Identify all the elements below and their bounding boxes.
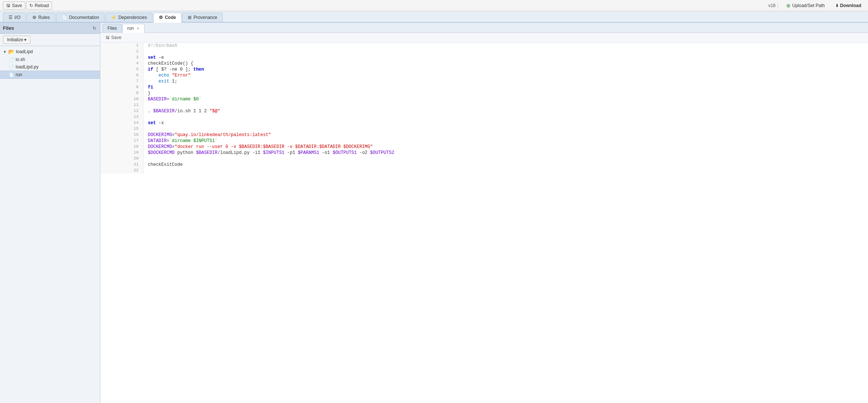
line-number-7: 7 bbox=[100, 78, 144, 84]
top-toolbar: 🖫 Save Reload v18 Upload/Set Path Downlo… bbox=[0, 0, 868, 11]
line-content-12: . $BASEDIR/io.sh 1 1 2 "$@" bbox=[144, 108, 868, 114]
line-number-16: 16 bbox=[100, 132, 144, 138]
code-line-1: 1 #!/bin/bash bbox=[100, 43, 868, 49]
tree-item-run-label: run bbox=[16, 72, 22, 77]
initialize-label: Initialize bbox=[7, 37, 23, 42]
tree-item-loadLipd-py-label: loadLipd.py bbox=[16, 64, 38, 70]
line-content-3: set -e bbox=[144, 55, 868, 61]
refresh-icon bbox=[93, 25, 96, 31]
code-line-20: 20 bbox=[100, 156, 868, 162]
line-number-12: 12 bbox=[100, 108, 144, 114]
line-content-14: set -x bbox=[144, 120, 868, 126]
tab-io-label: I/O bbox=[15, 15, 20, 20]
floppy-icon: 🖫 bbox=[6, 3, 10, 8]
line-number-17: 17 bbox=[100, 138, 144, 144]
line-number-21: 21 bbox=[100, 162, 144, 168]
download-button[interactable]: Download bbox=[832, 2, 865, 9]
toolbar-left: 🖫 Save Reload bbox=[3, 1, 765, 10]
editor-tab-files[interactable]: Files bbox=[103, 24, 122, 32]
upload-icon bbox=[786, 3, 791, 9]
line-number-11: 11 bbox=[100, 102, 144, 108]
gear-icon: ⚙ bbox=[32, 15, 36, 20]
tree-item-loadLipd-label: loadLipd bbox=[16, 49, 33, 54]
editor-tab-files-label: Files bbox=[107, 26, 117, 31]
files-toolbar: Initialize ▾ bbox=[0, 34, 100, 46]
file-tree: ▼ 📂 loadLipd 📄 io.sh 📄 loadLipd.py 📄 run bbox=[0, 46, 100, 403]
editor-save-label: Save bbox=[111, 35, 121, 40]
line-number-14: 14 bbox=[100, 120, 144, 126]
chevron-down-icon: ▾ bbox=[24, 37, 26, 42]
line-content-11 bbox=[144, 102, 868, 108]
line-content-18: DOCKERCMD="docker run --user 0 -v $BASED… bbox=[144, 144, 868, 150]
line-content-10: BASEDIR=`dirname $0` bbox=[144, 96, 868, 102]
line-number-5: 5 bbox=[100, 67, 144, 72]
line-content-5: if [ $? -ne 0 ]; then bbox=[144, 67, 868, 72]
line-number-4: 4 bbox=[100, 61, 144, 67]
tab-provenance-label: Provenance bbox=[193, 15, 217, 20]
reload-button[interactable]: Reload bbox=[26, 1, 52, 10]
line-number-6: 6 bbox=[100, 72, 144, 78]
code-line-18: 18 DOCKERCMD="docker run --user 0 -v $BA… bbox=[100, 144, 868, 150]
toolbar-right: v18 Upload/Set Path Download bbox=[766, 1, 865, 10]
save-label: Save bbox=[12, 3, 22, 8]
code-line-13: 13 bbox=[100, 114, 868, 120]
files-panel-header-actions bbox=[92, 25, 97, 32]
editor-tab-run[interactable]: run × bbox=[122, 24, 145, 33]
tab-close-run[interactable]: × bbox=[136, 26, 140, 30]
line-number-18: 18 bbox=[100, 144, 144, 150]
files-panel: Files Initialize ▾ ▼ 📂 loadLipd 📄 bbox=[0, 23, 100, 403]
line-number-3: 3 bbox=[100, 55, 144, 61]
code-lines: 1 #!/bin/bash 2 3 set -e 4 checkExitCode… bbox=[100, 43, 868, 174]
code-line-10: 10 BASEDIR=`dirname $0` bbox=[100, 96, 868, 102]
tab-provenance[interactable]: ⊞ Provenance bbox=[182, 13, 223, 22]
line-content-4: checkExitCode() { bbox=[144, 61, 868, 67]
line-content-16: DOCKERIMG="quay.io/linkedearth/paleots:l… bbox=[144, 132, 868, 138]
file-icon-io: 📄 bbox=[9, 57, 14, 62]
code-line-6: 6 echo "Error" bbox=[100, 72, 868, 78]
upload-label: Upload/Set Path bbox=[792, 3, 824, 8]
editor-panel: Files run × 🖫 Save 1 #!/bin/bash bbox=[100, 23, 868, 403]
refresh-files-button[interactable] bbox=[92, 25, 97, 32]
tab-rules-label: Rules bbox=[38, 15, 50, 20]
code-line-7: 7 exit 1; bbox=[100, 78, 868, 84]
code-line-8: 8 fi bbox=[100, 84, 868, 90]
files-panel-title: Files bbox=[3, 25, 14, 31]
tree-item-loadLipd[interactable]: ▼ 📂 loadLipd bbox=[0, 48, 100, 56]
line-number-8: 8 bbox=[100, 84, 144, 90]
line-content-21: checkExitCode bbox=[144, 162, 868, 168]
code-line-19: 19 $DOCKERCMD python $BASEDIR/loadLipd.p… bbox=[100, 150, 868, 156]
tab-documentation[interactable]: 📄 Documentation bbox=[56, 13, 105, 22]
editor-tabs-bar: Files run × bbox=[100, 23, 868, 33]
code-line-11: 11 bbox=[100, 102, 868, 108]
tab-rules[interactable]: ⚙ Rules bbox=[27, 13, 55, 22]
line-content-7: exit 1; bbox=[144, 78, 868, 84]
tab-dependencies[interactable]: ⚡ Dependencies bbox=[105, 13, 152, 22]
code-line-12: 12 . $BASEDIR/io.sh 1 1 2 "$@" bbox=[100, 108, 868, 114]
line-number-13: 13 bbox=[100, 114, 144, 120]
upload-button[interactable]: Upload/Set Path bbox=[782, 1, 828, 10]
tree-item-run[interactable]: 📄 run bbox=[0, 71, 100, 79]
line-content-6: echo "Error" bbox=[144, 72, 868, 78]
line-number-15: 15 bbox=[100, 126, 144, 132]
line-content-20 bbox=[144, 156, 868, 162]
line-number-9: 9 bbox=[100, 90, 144, 96]
line-content-19: $DOCKERCMD python $BASEDIR/loadLipd.py -… bbox=[144, 150, 868, 156]
editor-save-button[interactable]: 🖫 Save bbox=[103, 34, 123, 41]
code-line-3: 3 set -e bbox=[100, 55, 868, 61]
code-line-21: 21 checkExitCode bbox=[100, 162, 868, 168]
save-button[interactable]: 🖫 Save bbox=[3, 1, 25, 10]
line-content-9: } bbox=[144, 90, 868, 96]
code-line-5: 5 if [ $? -ne 0 ]; then bbox=[100, 67, 868, 72]
line-number-22: 22 bbox=[100, 168, 144, 174]
code-editor[interactable]: 1 #!/bin/bash 2 3 set -e 4 checkExitCode… bbox=[100, 43, 868, 403]
tree-item-loadLipd-py[interactable]: 📄 loadLipd.py bbox=[0, 63, 100, 71]
tab-code-label: Code bbox=[165, 15, 176, 20]
line-content-2 bbox=[144, 49, 868, 55]
tab-io[interactable]: ☰ I/O bbox=[3, 13, 26, 22]
tab-code[interactable]: ⚙ Code bbox=[153, 13, 181, 23]
line-number-10: 10 bbox=[100, 96, 144, 102]
initialize-button[interactable]: Initialize ▾ bbox=[3, 36, 30, 44]
tree-item-io-sh[interactable]: 📄 io.sh bbox=[0, 56, 100, 63]
code-line-4: 4 checkExitCode() { bbox=[100, 61, 868, 67]
reload-label: Reload bbox=[35, 3, 49, 8]
